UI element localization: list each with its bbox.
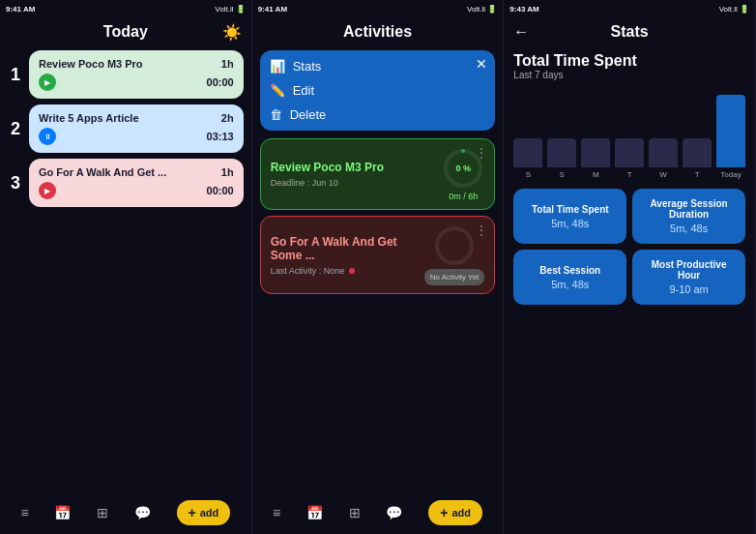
calendar-icon-1[interactable]: 📅 (54, 505, 71, 520)
no-activity-area: No Activity Yet (424, 224, 485, 285)
menu-icon-2[interactable]: ≡ (273, 505, 280, 520)
delete-icon: 🗑 (270, 107, 282, 122)
bar-label-4: W (659, 170, 667, 179)
stat-value-1: 5m, 48s (670, 222, 708, 234)
task-card-1[interactable]: Review Poco M3 Pro 1h ▶ 00:00 (29, 50, 244, 99)
chat-icon-2[interactable]: 💬 (386, 505, 402, 520)
play-button-1[interactable]: ▶ (39, 74, 56, 91)
status-icons-2: Volt.ll 🔋 (467, 5, 497, 14)
stats-label: Stats (293, 59, 322, 74)
activity-info-2: Go For A Walk And Get Some ... Last Acti… (271, 235, 424, 276)
stat-card-2[interactable]: Best Session 5m, 48s (513, 250, 626, 305)
bar-col-today: Today (716, 95, 745, 179)
panel-activities: 9:41 AM Volt.ll 🔋 Activities ✕ 📊 Stats ✏… (252, 0, 505, 534)
pause-button-2[interactable]: ⏸ (39, 128, 56, 145)
task-timer-1: 00:00 (207, 76, 234, 88)
task-card-2[interactable]: Write 5 Apps Article 2h ⏸ 03:13 (29, 104, 244, 153)
status-icons-3: Volt.ll 🔋 (719, 5, 749, 14)
menu-item-stats[interactable]: 📊 Stats (270, 56, 486, 76)
time-1: 9:41 AM (6, 5, 35, 14)
activity-card-1[interactable]: ⋮ Review Poco M3 Pro Deadline : Jun 10 0… (260, 138, 496, 210)
bar-col-0: S (513, 138, 542, 179)
panel-stats: 9:43 AM Volt.ll 🔋 ← Stats Total Time Spe… (504, 0, 756, 534)
total-time-title: Total Time Spent (513, 52, 745, 70)
red-dot-icon (349, 268, 355, 274)
task-card-3[interactable]: Go For A Walk And Get ... 1h ▶ 00:00 (29, 159, 244, 207)
calendar-icon-2[interactable]: 📅 (306, 505, 323, 520)
stat-title-1: Average Session Duration (640, 198, 738, 220)
header-today: Today ☀️ (0, 17, 251, 46)
activity-list: ⋮ Review Poco M3 Pro Deadline : Jun 10 0… (252, 134, 504, 491)
activity-title-1: Review Poco M3 Pro (271, 161, 397, 174)
stat-value-2: 5m, 48s (551, 279, 589, 290)
activity-card-2[interactable]: ⋮ Go For A Walk And Get Some ... Last Ac… (260, 216, 496, 294)
add-label-2: add (451, 507, 471, 519)
three-dot-icon-2[interactable]: ⋮ (475, 222, 488, 238)
bar-2 (581, 138, 610, 167)
bar-0 (513, 138, 542, 167)
stat-title-0: Total Time Spent (532, 204, 609, 215)
activity-info-1: Review Poco M3 Pro Deadline : Jun 10 (271, 161, 397, 188)
task-row-2: 2 Write 5 Apps Article 2h ⏸ 03:13 (8, 104, 244, 153)
menu-icon-1[interactable]: ≡ (20, 505, 28, 520)
bar-today (716, 95, 745, 167)
bar-col-5: T (683, 138, 712, 179)
progress-area-1: 0 % 0m / 6h (442, 147, 484, 201)
delete-label: Delete (290, 107, 327, 122)
edit-icon: ✏️ (270, 83, 285, 98)
task-timer-2: 03:13 (207, 131, 234, 142)
bar-label-5: T (695, 170, 700, 179)
task-row-3: 3 Go For A Walk And Get ... 1h ▶ 00:00 (8, 159, 244, 207)
stat-card-0[interactable]: Total Time Spent 5m, 48s (513, 189, 626, 244)
status-bar-3: 9:43 AM Volt.ll 🔋 (504, 0, 755, 17)
add-button-2[interactable]: + add (428, 500, 482, 525)
stat-title-3: Most Productive Hour (640, 259, 738, 281)
activity-progress-row-1: Review Poco M3 Pro Deadline : Jun 10 0 %… (271, 147, 485, 201)
task-number-3: 3 (8, 159, 23, 207)
bar-5 (683, 138, 712, 167)
task-duration-2: 2h (221, 112, 234, 124)
task-name-3: Go For A Walk And Get ... (39, 166, 221, 178)
progress-circle-2 (433, 224, 476, 267)
add-label-1: add (200, 507, 219, 519)
svg-point-2 (437, 228, 472, 263)
today-title: Today (103, 23, 148, 41)
activity-title-2: Go For A Walk And Get Some ... (271, 235, 424, 262)
context-menu: ✕ 📊 Stats ✏️ Edit 🗑 Delete (260, 50, 496, 131)
edit-label: Edit (293, 83, 314, 98)
bar-col-3: T (615, 138, 644, 179)
add-plus-icon-1: + (189, 505, 196, 520)
task-duration-3: 1h (221, 166, 234, 178)
progress-percent-1: 0 % (456, 163, 472, 173)
stat-card-3[interactable]: Most Productive Hour 9-10 am (632, 250, 745, 305)
stats-header-title: Stats (611, 23, 649, 41)
stat-value-0: 5m, 48s (551, 218, 589, 229)
status-icons-1: Volt.ll 🔋 (215, 5, 245, 14)
status-bar-2: 9:41 AM Volt.ll 🔋 (252, 0, 504, 17)
bottom-nav-2: ≡ 📅 ⊞ 💬 + add (252, 491, 504, 534)
stat-title-2: Best Session (539, 265, 600, 276)
grid-icon-1[interactable]: ⊞ (97, 505, 108, 520)
panel-today: 9:41 AM Volt.ll 🔋 Today ☀️ 1 Review Poco… (0, 0, 252, 534)
activity-last-2: Last Activity : None (271, 266, 424, 276)
stats-section: Total Time Spent Last 7 days S S M T (504, 46, 755, 534)
task-list: 1 Review Poco M3 Pro 1h ▶ 00:00 2 Write … (0, 46, 251, 491)
total-time-subtitle: Last 7 days (513, 70, 745, 80)
grid-icon-2[interactable]: ⊞ (349, 505, 361, 520)
task-bottom-3: ▶ 00:00 (39, 182, 234, 199)
task-duration-1: 1h (221, 58, 234, 70)
menu-item-edit[interactable]: ✏️ Edit (270, 80, 486, 101)
chat-icon-1[interactable]: 💬 (134, 505, 151, 520)
back-icon[interactable]: ← (513, 23, 529, 41)
menu-item-delete[interactable]: 🗑 Delete (270, 104, 486, 125)
stat-value-3: 9-10 am (669, 283, 708, 295)
play-button-3[interactable]: ▶ (39, 182, 56, 199)
add-button-1[interactable]: + add (177, 500, 231, 525)
progress-circle-1: 0 % (442, 147, 484, 190)
task-number-2: 2 (8, 104, 23, 153)
bar-label-0: S (526, 170, 531, 179)
stat-card-1[interactable]: Average Session Duration 5m, 48s (632, 189, 745, 244)
close-button[interactable]: ✕ (476, 56, 487, 72)
stats-icon: 📊 (270, 59, 285, 74)
bar-label-3: T (627, 170, 632, 179)
